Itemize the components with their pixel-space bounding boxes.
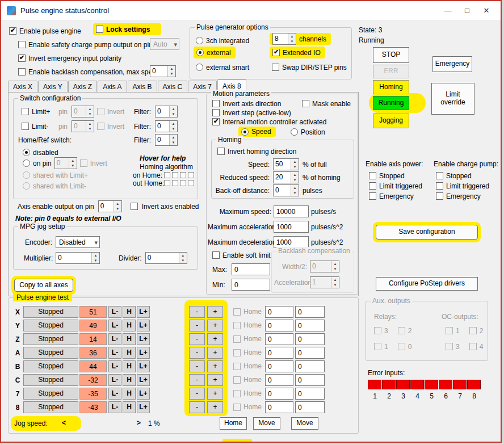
home-disabled-radio[interactable]	[23, 149, 30, 156]
limit-minus-test-button[interactable]: L-	[108, 333, 121, 345]
invert-emergency-checkbox[interactable]	[18, 54, 26, 62]
homing-pattern-cell[interactable]	[188, 172, 194, 178]
limit-plus-test-button[interactable]: L+	[137, 360, 150, 372]
position-textbox-2[interactable]: 0	[295, 333, 325, 345]
err-button[interactable]: ERR	[373, 65, 409, 78]
spin-down-icon[interactable]	[291, 178, 299, 183]
spin-down-icon[interactable]	[86, 127, 94, 132]
limit-minus-pin-spinner[interactable]: 0	[72, 120, 94, 132]
spin-up-icon[interactable]	[288, 33, 296, 39]
charge-pump-emergency-checkbox[interactable]	[436, 192, 443, 200]
jog-plus-button[interactable]: +	[207, 401, 223, 413]
soft-limit-checkbox[interactable]	[212, 251, 220, 259]
oc-output-checkbox[interactable]	[469, 327, 477, 334]
internal-motion-checkbox[interactable]	[212, 118, 220, 125]
charge-pump-limit-checkbox[interactable]	[436, 182, 443, 190]
jog-minus-button[interactable]: -	[189, 320, 205, 331]
external-smart-radio[interactable]	[196, 64, 203, 71]
position-textbox-1[interactable]: 0	[265, 360, 293, 372]
safety-pump-pin-dropdown[interactable]: Auto	[150, 38, 179, 50]
position-textbox-2[interactable]: 0	[295, 401, 325, 413]
position-textbox-2[interactable]: 0	[295, 347, 325, 359]
soft-limit-max-textbox[interactable]: 0	[232, 263, 270, 275]
multiplier-spinner[interactable]: 0	[56, 252, 100, 264]
limit-minus-filter-spinner[interactable]: 0	[155, 120, 178, 132]
backlash-width-spinner[interactable]: 0	[310, 261, 339, 272]
position-textbox-2[interactable]: 0	[295, 360, 325, 372]
jog-speed-decrease[interactable]: <	[62, 419, 66, 427]
home-switch-test-button[interactable]: H	[123, 347, 136, 359]
limit-minus-checkbox[interactable]	[22, 123, 29, 130]
spin-up-icon[interactable]	[170, 106, 177, 112]
maximize-button[interactable]: □	[457, 3, 477, 19]
limit-minus-test-button[interactable]: L-	[108, 360, 121, 372]
swap-dir-step-checkbox[interactable]	[272, 64, 279, 71]
position-textbox-1[interactable]: 0	[265, 401, 293, 413]
home-shared-limit-minus-option[interactable]: shared with Limit-	[23, 180, 86, 192]
save-configuration-button[interactable]: Save configuration	[376, 225, 478, 240]
limit-plus-test-button[interactable]: L+	[137, 320, 150, 331]
home-on-pin-radio[interactable]	[23, 159, 30, 167]
encoder-dropdown[interactable]: Disabled	[56, 236, 100, 248]
homing-state-button[interactable]: Homing	[373, 80, 409, 94]
limit-plus-invert-checkbox[interactable]	[97, 108, 104, 115]
axis-state-button[interactable]: Stopped	[23, 306, 78, 318]
spin-down-icon[interactable]	[168, 72, 175, 77]
limit-plus-test-button[interactable]: L+	[137, 333, 150, 345]
position-textbox-2[interactable]: 0	[295, 374, 325, 386]
limit-minus-test-button[interactable]: L-	[108, 320, 121, 331]
safety-charge-pump-checkbox[interactable]	[18, 41, 26, 48]
extended-io[interactable]: Extended IO	[270, 47, 325, 58]
axis-state-button[interactable]: Stopped	[23, 333, 78, 345]
spin-down-icon[interactable]	[291, 165, 299, 170]
spin-up-icon[interactable]	[86, 106, 94, 112]
charge-pump-stopped-checkbox[interactable]	[436, 172, 443, 179]
backlash-accel-spinner[interactable]: 1	[310, 276, 339, 288]
emergency-button[interactable]: Emergency	[432, 56, 472, 72]
home-pin-spinner[interactable]: 0	[54, 157, 77, 169]
homing-speed-spinner[interactable]: 50	[273, 158, 299, 170]
axis-power-limit[interactable]: Limit triggered	[369, 182, 422, 190]
axis-state-button[interactable]: Stopped	[23, 388, 78, 400]
spin-up-icon[interactable]	[331, 261, 339, 267]
jog-plus-button[interactable]: +	[207, 374, 223, 386]
axis-power-stopped[interactable]: Stopped	[369, 171, 405, 180]
reduced-speed-spinner[interactable]: 20	[273, 171, 299, 183]
spin-down-icon[interactable]	[86, 112, 94, 117]
mask-enable-checkbox[interactable]	[302, 100, 309, 107]
enable-soft-limit[interactable]: Enable soft limit	[212, 251, 271, 259]
jog-minus-button[interactable]: -	[189, 306, 205, 318]
relay-checkbox[interactable]	[398, 327, 405, 334]
jog-minus-button[interactable]: -	[189, 333, 205, 345]
limit-minus-test-button[interactable]: L-	[108, 306, 121, 318]
invert-axis-direction[interactable]: Invert axis direction	[212, 99, 281, 108]
option-external-smart[interactable]: external smart	[196, 61, 249, 73]
copy-to-all-axes-button[interactable]: Copy to all axes	[14, 279, 73, 292]
axis-power-emergency[interactable]: Emergency	[369, 192, 414, 200]
jog-minus-button[interactable]: -	[189, 347, 205, 359]
axis-enable-pin-spinner[interactable]: 0	[98, 200, 122, 212]
oc-output-checkbox[interactable]	[469, 343, 477, 350]
enable-pulse-engine-checkbox[interactable]	[9, 27, 16, 35]
axis-state-button[interactable]: Stopped	[23, 347, 78, 359]
home-on-pin-option[interactable]: on pin 0 Invert	[23, 157, 107, 169]
tab-axis-z[interactable]: Axis Z	[68, 81, 97, 93]
shared-limit-plus-radio[interactable]	[23, 171, 30, 179]
home-checkbox[interactable]	[233, 349, 241, 356]
move-button-2[interactable]: Move	[291, 417, 318, 430]
home-switch-test-button[interactable]: H	[123, 333, 136, 345]
spin-up-icon[interactable]	[170, 135, 177, 140]
jog-minus-button[interactable]: -	[189, 374, 205, 386]
home-filter-spinner[interactable]: 0	[155, 134, 178, 146]
limit-minus-test-button[interactable]: L-	[108, 374, 121, 386]
homing-pattern-cell[interactable]	[172, 180, 178, 186]
axis-state-button[interactable]: Stopped	[23, 401, 78, 413]
backlash-compensation[interactable]: Enable backlash compensation, max speed:	[18, 66, 162, 78]
spin-up-icon[interactable]	[331, 277, 339, 283]
tab-axis-a[interactable]: Axis A	[98, 81, 127, 93]
extended-io-checkbox[interactable]	[272, 49, 280, 56]
max-decel-textbox[interactable]: 1000	[274, 236, 309, 248]
invert-emergency[interactable]: Invert emergency input polarity	[18, 52, 121, 64]
swap-dir-step[interactable]: Swap DIR/STEP pins	[272, 61, 347, 73]
move-button-1[interactable]: Move	[253, 417, 280, 430]
